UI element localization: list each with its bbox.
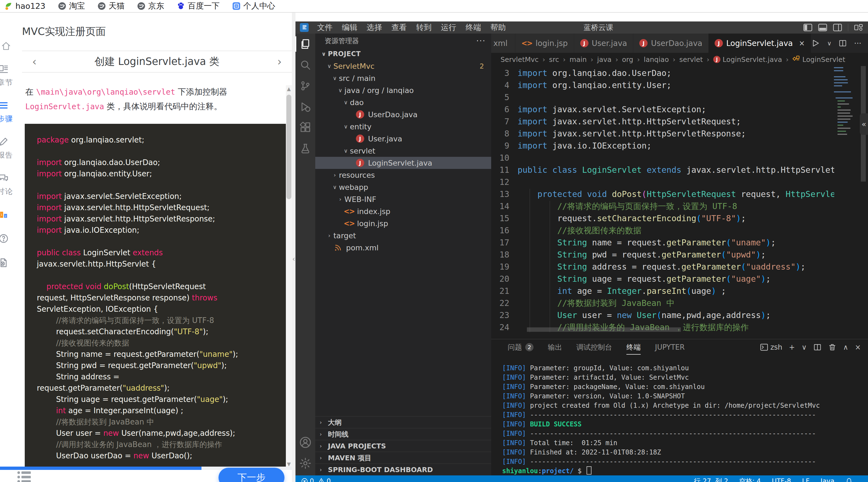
status-item[interactable]: UTF-8	[772, 477, 791, 482]
editor-line[interactable]: 23 User user = new User(name,pwd,age,add…	[491, 309, 834, 321]
activity-account-icon[interactable]	[296, 432, 315, 453]
scrollbar-thumb[interactable]	[286, 95, 291, 199]
editor-line[interactable]: 5	[491, 91, 834, 104]
collapse-left-icon[interactable]: ‹	[292, 244, 296, 274]
rail-item-report[interactable]: 报告	[0, 137, 22, 160]
toggle-panel-icon[interactable]	[818, 24, 827, 31]
sidebar-section-java-projects[interactable]: ›JAVA PROJECTS	[315, 440, 491, 452]
editor-line[interactable]: 14 //将请求的编码与页面保持一致，设置为 UTF-8	[491, 200, 834, 212]
editor-line[interactable]: 3import org.lanqiao.dao.UserDao;	[491, 67, 834, 79]
breadcrumb-item[interactable]: ServletMvc	[500, 56, 539, 63]
status-item[interactable]: Java	[820, 477, 834, 482]
menu-帮助[interactable]: 帮助	[486, 22, 510, 33]
breadcrumb-item[interactable]: lanqiao	[644, 56, 669, 63]
activity-gear-icon[interactable]	[296, 453, 315, 474]
kill-terminal-icon[interactable]	[828, 343, 836, 351]
editor-line[interactable]: 18 String pwd = request.getParameter("up…	[491, 249, 834, 261]
steps-list-icon[interactable]	[16, 471, 36, 482]
shell-selector[interactable]: zsh	[760, 343, 782, 351]
code-editor[interactable]: 3import org.lanqiao.dao.UserDao;4import …	[491, 66, 868, 332]
scroll-up-icon[interactable]: ▲	[286, 85, 292, 92]
editor-line[interactable]: 10	[491, 152, 834, 164]
tree-item-webapp[interactable]: ∨webapp	[315, 181, 491, 193]
explorer-more-icon[interactable]: ···	[476, 36, 486, 46]
editor-line[interactable]: 13 protected void doPost(HttpServletRequ…	[491, 188, 834, 200]
run-dropdown-icon[interactable]: ∨	[827, 40, 832, 47]
activity-debug-icon[interactable]	[296, 96, 315, 117]
warn-count[interactable]: 0	[318, 477, 331, 482]
panel-tab-输出[interactable]: 输出	[540, 339, 569, 355]
next-step-cta-button[interactable]: 下一步	[218, 468, 284, 482]
home-icon[interactable]	[1, 41, 11, 52]
tree-item-dao[interactable]: ∨dao	[315, 96, 491, 108]
sidebar-section-maven-[interactable]: ›MAVEN 项目	[315, 452, 491, 463]
rail-item-rank[interactable]: 12	[0, 209, 22, 221]
bookmark-item[interactable]: 京东	[137, 1, 164, 11]
tree-item-index.jsp[interactable]: <>index.jsp	[315, 205, 491, 217]
prev-step-button[interactable]: ‹	[22, 55, 47, 68]
split-terminal-icon[interactable]	[813, 343, 822, 351]
status-item[interactable]: 空格: 4	[739, 477, 761, 482]
panel-divider[interactable]: ‹	[292, 13, 296, 482]
terminal-dropdown-icon[interactable]: ∨	[802, 343, 807, 351]
next-step-button[interactable]: ›	[267, 55, 292, 68]
sidebar-section--[interactable]: ›时间线	[315, 428, 491, 440]
tree-item-pom.xml[interactable]: pom.xml	[315, 242, 491, 254]
breadcrumb-item[interactable]: java	[597, 56, 612, 63]
editor-line[interactable]: 21 int age = Integer.parseInt(uage) ;	[491, 285, 834, 297]
panel-tab-jupyter[interactable]: JUPYTER	[648, 339, 692, 355]
bookmark-item[interactable]: hao123	[4, 1, 45, 11]
error-count[interactable]: 0	[301, 477, 314, 482]
terminal-prompt[interactable]: shiyanlou:project/ $	[502, 466, 863, 475]
activity-files-icon[interactable]	[296, 34, 315, 54]
editor-hscrollbar[interactable]	[527, 328, 681, 332]
menu-文件[interactable]: 文件	[312, 22, 337, 33]
maximize-panel-icon[interactable]: ∧	[843, 343, 848, 351]
status-item[interactable]: LF	[802, 477, 809, 482]
editor-line[interactable]: 20 String uage = request.getParameter("u…	[491, 273, 834, 285]
activity-search-icon[interactable]	[296, 54, 315, 75]
breadcrumb-item[interactable]: main	[569, 56, 587, 63]
customize-layout-icon[interactable]	[854, 24, 863, 31]
toggle-sidebar-icon[interactable]	[803, 24, 812, 31]
rail-item-doc-x[interactable]	[0, 257, 22, 269]
menu-终端[interactable]: 终端	[461, 22, 486, 33]
toggle-secondary-sidebar-icon[interactable]	[833, 24, 842, 31]
bookmark-item[interactable]: 淘宝	[58, 1, 85, 11]
editor-line[interactable]: 17 String name = request.getParameter("u…	[491, 236, 834, 249]
tree-item-target[interactable]: ›target	[315, 229, 491, 242]
new-terminal-icon[interactable]: +	[789, 343, 795, 351]
notifications-bell-icon[interactable]	[845, 478, 852, 482]
activity-extensions-icon[interactable]	[296, 117, 315, 138]
tree-item-login.jsp[interactable]: <>login.jsp	[315, 217, 491, 229]
tree-item-project[interactable]: ∨PROJECT	[315, 48, 491, 60]
tree-item-resources[interactable]: ›resources	[315, 169, 491, 181]
panel-tab-终端[interactable]: 终端	[619, 339, 648, 355]
rail-item-help[interactable]	[0, 233, 22, 245]
breadcrumb-item[interactable]: org	[622, 56, 633, 63]
tree-item-servlet[interactable]: ∨servlet	[315, 145, 491, 157]
collapse-right-icon[interactable]: «	[860, 113, 868, 135]
panel-tab-问题[interactable]: 问题2	[500, 339, 540, 355]
tree-item-entity[interactable]: ∨entity	[315, 120, 491, 133]
minimap[interactable]	[834, 67, 855, 158]
menu-选择[interactable]: 选择	[362, 22, 387, 33]
tree-item-src-main[interactable]: ∨src / main	[315, 72, 491, 84]
rail-item-chapters[interactable]: 章节	[0, 64, 22, 87]
tree-item-userdao.java[interactable]: JUserDao.java	[315, 108, 491, 120]
editor-line[interactable]: 8import javax.servlet.http.HttpServletRe…	[491, 127, 834, 140]
editor-line[interactable]: 6import javax.servlet.ServletException;	[491, 104, 834, 116]
editor-line[interactable]: 4import org.lanqiao.entity.User;	[491, 79, 834, 91]
tab-login.jsp[interactable]: <>login.jsp	[515, 34, 574, 53]
tab-user.java[interactable]: JUser.java	[574, 34, 633, 53]
menu-编辑[interactable]: 编辑	[337, 22, 362, 33]
bookmark-item[interactable]: 个人中心	[232, 1, 275, 11]
terminal-output[interactable]: [INFO] Parameter: groupId, Value: com.sh…	[502, 363, 863, 475]
editor-line[interactable]: 19 String address = request.getParameter…	[491, 261, 834, 273]
activity-scm-icon[interactable]	[296, 75, 315, 96]
editor-line[interactable]: 16 //接收视图传来的数据	[491, 225, 834, 236]
split-editor-icon[interactable]	[839, 39, 847, 47]
sidebar-section--[interactable]: ›大纲	[315, 416, 491, 428]
breadcrumb-item[interactable]: servlet	[679, 56, 703, 63]
editor-line[interactable]: 15 request.setCharacterEncoding("UTF-8")…	[491, 212, 834, 225]
